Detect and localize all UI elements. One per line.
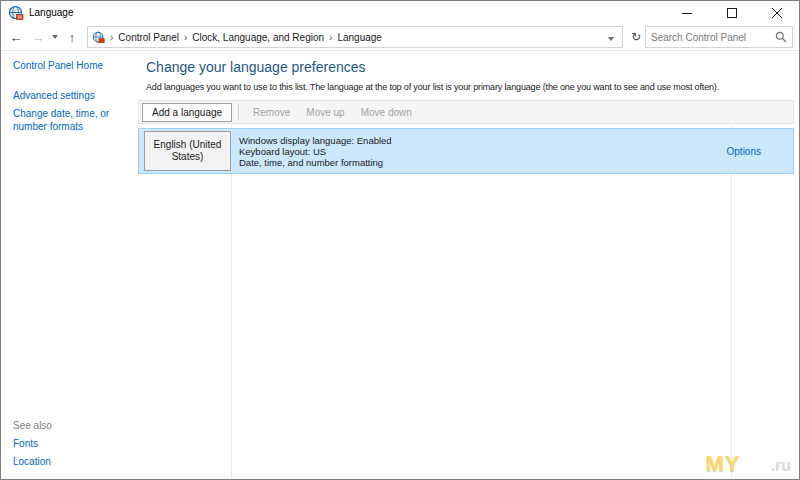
toolbar-divider (238, 104, 239, 120)
recent-locations-chevron-icon[interactable] (49, 35, 61, 39)
close-button[interactable] (754, 1, 799, 24)
page-description: Add languages you want to use to this li… (146, 81, 794, 93)
breadcrumb-separator: › (327, 32, 334, 43)
breadcrumb-control-panel[interactable]: Control Panel (115, 32, 182, 43)
watermark: MY .ru (706, 451, 791, 477)
breadcrumb-clock-language-region[interactable]: Clock, Language, and Region (189, 32, 327, 43)
move-down-button[interactable]: Move down (353, 104, 420, 121)
watermark-suffix: .ru (771, 457, 791, 475)
address-dropdown-icon[interactable] (604, 32, 618, 43)
control-panel-icon (92, 31, 105, 44)
remove-button[interactable]: Remove (245, 104, 298, 121)
see-also-section: See also Fonts Location (13, 420, 134, 473)
breadcrumb-language[interactable]: Language (334, 32, 385, 43)
navigation-bar: ← → ↑ › Control Panel › Clock, Language,… (1, 24, 799, 51)
refresh-button[interactable]: ↻ (627, 30, 645, 44)
forward-button[interactable]: → (27, 30, 49, 45)
search-icon (775, 31, 787, 43)
language-app-icon (8, 5, 24, 21)
search-input[interactable] (651, 32, 772, 43)
see-also-header: See also (13, 420, 134, 431)
attr-display-language: Windows display language: Enabled (239, 135, 392, 146)
main-panel: Change your language preferences Add lan… (138, 51, 799, 480)
address-bar[interactable]: › Control Panel › Clock, Language, and R… (87, 26, 623, 48)
sidebar: Control Panel Home Advanced settings Cha… (1, 51, 138, 480)
watermark-text: MY (706, 451, 741, 477)
attr-date-time-format: Date, time, and number formatting (239, 157, 392, 168)
minimize-button[interactable] (664, 1, 709, 24)
window-title: Language (29, 7, 74, 18)
window-controls (664, 1, 799, 24)
language-attributes: Windows display language: Enabled Keyboa… (239, 135, 392, 168)
title-bar: Language (1, 1, 799, 24)
list-column-divider (731, 125, 732, 478)
attr-keyboard-layout: Keyboard layout: US (239, 146, 392, 157)
page-title: Change your language preferences (146, 59, 794, 76)
options-link[interactable]: Options (727, 146, 761, 157)
sidebar-item-advanced-settings[interactable]: Advanced settings (13, 89, 134, 102)
language-row-english-us[interactable]: English (United States) Windows display … (138, 128, 794, 174)
list-column-divider (231, 125, 232, 478)
back-button[interactable]: ← (5, 30, 27, 45)
language-toolbar: Add a language Remove Move up Move down (138, 100, 794, 124)
sidebar-item-fonts[interactable]: Fonts (13, 437, 134, 450)
breadcrumb-separator: › (182, 32, 189, 43)
language-tile[interactable]: English (United States) (144, 131, 231, 171)
sidebar-item-location[interactable]: Location (13, 455, 134, 468)
add-language-button[interactable]: Add a language (142, 103, 232, 122)
language-window: Language ← → ↑ (0, 0, 800, 480)
breadcrumb-separator: › (108, 32, 115, 43)
search-box (645, 26, 793, 48)
sidebar-item-control-panel-home[interactable]: Control Panel Home (13, 59, 134, 72)
content-area: Control Panel Home Advanced settings Cha… (1, 51, 799, 480)
move-up-button[interactable]: Move up (298, 104, 352, 121)
sidebar-item-change-date-time-formats[interactable]: Change date, time, or number formats (13, 107, 134, 133)
up-button[interactable]: ↑ (61, 30, 83, 45)
maximize-button[interactable] (709, 1, 754, 24)
